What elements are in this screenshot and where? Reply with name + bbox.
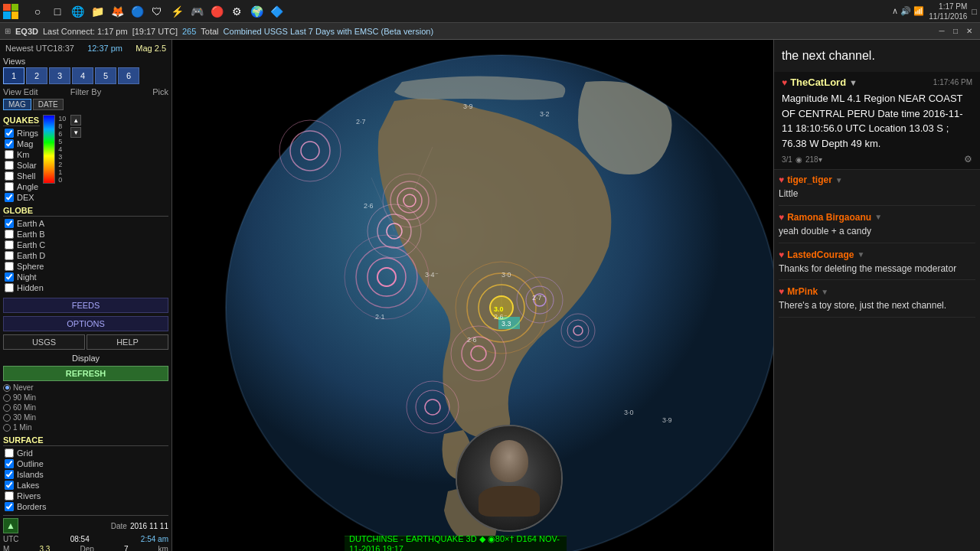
km-unit: km — [158, 545, 168, 551]
km-checkbox[interactable] — [5, 150, 14, 159]
mag-up-btn[interactable]: ▲ — [70, 115, 81, 126]
app5-icon[interactable]: 🔷 — [268, 3, 285, 20]
90min-radio[interactable] — [3, 394, 11, 402]
1min-option[interactable]: 1 Min — [3, 422, 168, 432]
usgs-help-row: USGS HELP — [3, 333, 168, 351]
view-btn-1[interactable]: 1 — [3, 67, 24, 84]
window-controls[interactable]: ─ □ ✕ — [936, 25, 975, 37]
globe-title: GLOBE — [3, 206, 168, 217]
shell-checkbox[interactable] — [5, 171, 14, 181]
islands-label: Islands — [17, 470, 44, 479]
app3-icon[interactable]: 🔴 — [208, 3, 225, 20]
feed-info: Combined USGS Last 7 Days with EMSC (Bet… — [224, 27, 434, 36]
1min-radio[interactable] — [3, 424, 11, 432]
quakes-mag-area: QUAKES Rings Mag Km Solar — [3, 112, 168, 203]
arrow-2[interactable]: ▼ — [874, 213, 882, 221]
30min-radio[interactable] — [3, 414, 11, 422]
ie-icon[interactable]: 🔵 — [129, 3, 145, 20]
view-btn-2[interactable]: 2 — [26, 67, 47, 84]
svg-text:3·0: 3·0 — [501, 271, 511, 279]
filter-by-label: Filter By — [59, 87, 113, 96]
surface-title: SURFACE — [3, 435, 168, 446]
dropdown-arrow[interactable]: ▼ — [849, 78, 858, 87]
never-option[interactable]: Never — [3, 383, 168, 393]
main-content: Newest UTC18:37 12:37 pm Mag 2.5 Views 1… — [0, 40, 980, 551]
dex-checkbox[interactable] — [5, 193, 14, 202]
night-checkbox[interactable] — [5, 272, 14, 282]
edge-icon[interactable]: 🌐 — [69, 3, 86, 20]
grid-checkbox[interactable] — [5, 448, 14, 458]
m-label: M — [3, 545, 9, 551]
date-value: 2016 11 11 — [130, 522, 168, 530]
solar-checkbox[interactable] — [5, 161, 14, 170]
feeds-button[interactable]: FEEDS — [3, 298, 168, 313]
heart-icon-2: ♥ — [779, 212, 784, 223]
maximize-button[interactable]: □ — [949, 25, 962, 37]
earth-a-checkbox[interactable] — [5, 219, 14, 228]
help-button[interactable]: HELP — [87, 334, 168, 350]
chat-panel: the next channel. ♥ TheCatLord ▼ 1:17:46… — [773, 40, 980, 551]
username-2: Ramona Birgaoanu — [787, 212, 871, 223]
hidden-row: Hidden — [3, 282, 168, 293]
msg-text-2: yeah double + a candy — [779, 225, 975, 238]
app4-icon[interactable]: ⚙ — [228, 3, 245, 20]
main-msg-time: 1:17:46 PM — [933, 78, 972, 86]
svg-text:2·7: 2·7 — [356, 118, 366, 126]
never-radio[interactable] — [3, 384, 11, 392]
options-button[interactable]: OPTIONS — [3, 316, 168, 331]
earth-b-checkbox[interactable] — [5, 230, 14, 239]
mag-down-btn[interactable]: ▼ — [70, 127, 81, 138]
view-btn-6[interactable]: 6 — [118, 67, 139, 84]
rivers-checkbox[interactable] — [5, 491, 14, 500]
settings-icon[interactable]: ⚙ — [964, 154, 972, 165]
usgs-button[interactable]: USGS — [3, 334, 85, 350]
view-buttons[interactable]: 1 2 3 4 5 6 — [3, 67, 168, 84]
outline-checkbox[interactable] — [5, 459, 14, 468]
hidden-checkbox[interactable] — [5, 283, 14, 292]
60min-radio[interactable] — [3, 404, 11, 412]
lakes-checkbox[interactable] — [5, 481, 14, 490]
defender-icon[interactable]: 🛡 — [149, 3, 165, 20]
view-btn-3[interactable]: 3 — [49, 67, 70, 84]
earth-b-row: Earth B — [3, 229, 168, 240]
60min-option[interactable]: 60 Min — [3, 403, 168, 412]
globe-area[interactable]: 3.0 — [172, 40, 773, 551]
arrow-3[interactable]: ▼ — [857, 250, 864, 259]
msg-header-3: ♥ LastedCourage ▼ — [779, 249, 975, 260]
90min-option[interactable]: 90 Min — [3, 393, 168, 403]
sphere-checkbox[interactable] — [5, 262, 14, 271]
svg-text:3.3: 3.3 — [501, 320, 511, 328]
start-button[interactable] — [3, 4, 23, 19]
task-view-icon[interactable]: □ — [49, 3, 66, 20]
km-row: Km — [3, 149, 40, 160]
refresh-button[interactable]: REFRESH — [3, 366, 168, 381]
search-icon[interactable]: ○ — [29, 3, 46, 20]
up-arrow-button[interactable]: ▲ — [3, 518, 18, 533]
mag-checkbox[interactable] — [5, 139, 14, 148]
eq3d-icon[interactable]: 🌍 — [248, 3, 265, 20]
islands-checkbox[interactable] — [5, 470, 14, 479]
earth-c-checkbox[interactable] — [5, 240, 14, 249]
arrow-4[interactable]: ▼ — [821, 288, 828, 296]
app1-icon[interactable]: ⚡ — [168, 3, 185, 20]
earth-d-checkbox[interactable] — [5, 251, 14, 260]
close-button[interactable]: ✕ — [963, 25, 975, 37]
angle-checkbox[interactable] — [5, 182, 14, 191]
view-btn-4[interactable]: 4 — [72, 67, 93, 84]
app2-icon[interactable]: 🎮 — [188, 3, 205, 20]
date-filter-btn[interactable]: DATE — [33, 99, 64, 110]
mag-filter-btn[interactable]: MAG — [3, 99, 31, 110]
rings-checkbox[interactable] — [5, 129, 14, 138]
sphere-label: Sphere — [17, 262, 44, 271]
mag-depth-row: M 3.3 Dep 7 km — [3, 545, 168, 551]
view-btn-5[interactable]: 5 — [95, 67, 116, 84]
arrow-1[interactable]: ▼ — [835, 176, 843, 184]
borders-checkbox[interactable] — [5, 502, 14, 511]
30min-option[interactable]: 30 Min — [3, 412, 168, 422]
explorer-icon[interactable]: 📁 — [89, 3, 106, 20]
minimize-button[interactable]: ─ — [936, 25, 948, 37]
chat-message-4: ♥ MrPink ▼ There's a toy store, just the… — [779, 286, 975, 318]
firefox-icon[interactable]: 🦊 — [109, 3, 126, 20]
mag-controls[interactable]: ▲ ▼ — [70, 115, 81, 201]
quakes-checkboxes: QUAKES Rings Mag Km Solar — [3, 112, 40, 203]
